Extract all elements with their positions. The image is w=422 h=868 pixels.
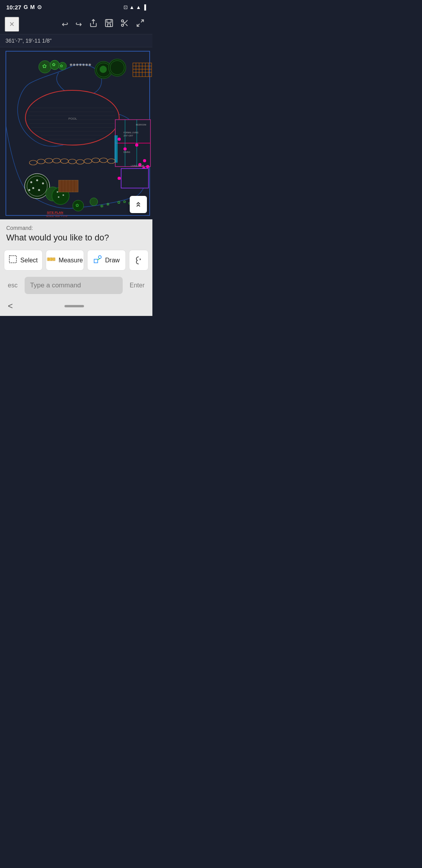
bottom-panel: Command: What would you like to do? Sele… — [0, 219, 152, 316]
signal-icon: ▲ — [136, 4, 141, 10]
select-button[interactable]: Select — [4, 250, 43, 271]
svg-point-33 — [109, 59, 126, 76]
measure-label: Measure — [59, 257, 83, 264]
svg-text:✿: ✿ — [117, 200, 120, 204]
coordinates-text: 361'-7", 19'-11 1/8" — [5, 38, 52, 44]
svg-point-44 — [143, 159, 146, 162]
svg-point-78 — [32, 187, 34, 189]
gmail-icon: M — [30, 4, 35, 10]
svg-rect-87 — [59, 180, 78, 192]
measure-icon — [47, 255, 55, 265]
svg-point-76 — [36, 179, 38, 181]
svg-line-6 — [125, 24, 127, 26]
undo-button[interactable]: ↩ — [59, 17, 72, 31]
save-button[interactable] — [102, 16, 116, 32]
svg-rect-51 — [121, 169, 148, 188]
command-label: Command: — [6, 225, 146, 231]
draw-icon — [93, 255, 102, 265]
scroll-up-button[interactable] — [130, 196, 147, 213]
svg-text:✿: ✿ — [42, 63, 47, 69]
google-icon: G — [23, 4, 28, 10]
svg-text:✻: ✻ — [106, 202, 109, 206]
measure-button[interactable]: Measure — [46, 250, 84, 271]
redo-button[interactable]: ↪ — [72, 17, 85, 31]
select-icon — [9, 255, 17, 265]
svg-text:LIVING ROOM: LIVING ROOM — [131, 165, 144, 167]
select-label: Select — [20, 257, 38, 264]
draw-button[interactable]: Draw — [87, 250, 126, 271]
svg-text:BEDROOM: BEDROOM — [136, 124, 146, 126]
svg-text:❋❋❋❋❋❋❋: ❋❋❋❋❋❋❋ — [70, 63, 91, 67]
action-buttons-row: Select Measure — [0, 246, 152, 274]
svg-text:20'0"×18'0": 20'0"×18'0" — [123, 135, 133, 137]
svg-point-41 — [123, 147, 127, 151]
more-button[interactable] — [129, 250, 148, 271]
status-bar: 10:27 G M ⊙ ⊡ ▲ ▲ ▐ — [0, 0, 152, 14]
svg-point-85 — [63, 194, 64, 196]
back-button[interactable]: < — [8, 301, 13, 311]
svg-rect-2 — [107, 24, 110, 27]
svg-point-50 — [146, 165, 149, 168]
svg-rect-109 — [9, 256, 16, 263]
battery-icon: ▐ — [143, 4, 146, 10]
svg-text:FORMAL LIVING: FORMAL LIVING — [123, 131, 139, 134]
wifi-icon: ▲ — [129, 4, 134, 10]
home-indicator[interactable] — [64, 305, 84, 307]
app-icon: ⊙ — [37, 4, 42, 10]
svg-point-86 — [58, 196, 59, 198]
command-area: Command: What would you like to do? — [0, 219, 152, 246]
svg-text:✿: ✿ — [52, 62, 55, 67]
scissors-button[interactable] — [117, 16, 132, 32]
svg-rect-116 — [94, 259, 98, 263]
svg-text:✿: ✿ — [123, 200, 126, 204]
share-button[interactable] — [86, 16, 101, 32]
time: 10:27 — [6, 4, 21, 11]
svg-text:DINING: DINING — [123, 151, 131, 153]
svg-point-3 — [122, 20, 124, 22]
svg-point-117 — [98, 256, 101, 258]
svg-point-80 — [29, 189, 30, 191]
svg-point-48 — [118, 177, 121, 180]
svg-line-8 — [141, 20, 143, 22]
svg-line-9 — [137, 24, 139, 26]
svg-text:✿: ✿ — [75, 203, 79, 208]
coordinates-bar: 361'-7", 19'-11 1/8" — [0, 34, 152, 47]
draw-label: Draw — [105, 257, 120, 264]
svg-point-75 — [30, 181, 32, 183]
cad-drawing-area[interactable]: POOL ✿ ✿ ✿ ❋❋❋❋❋❋❋ ⬤ — [0, 47, 152, 219]
svg-text:✻: ✻ — [100, 204, 104, 208]
command-question: What would you like to do? — [6, 233, 146, 243]
svg-point-40 — [118, 138, 121, 141]
status-icons: ⊡ ▲ ▲ ▐ — [123, 4, 146, 10]
cast-icon: ⊡ — [123, 4, 128, 10]
svg-point-42 — [135, 143, 138, 147]
svg-text:⬤: ⬤ — [99, 65, 107, 73]
svg-rect-52 — [114, 135, 118, 163]
svg-point-77 — [42, 183, 44, 185]
nav-bar: < — [0, 298, 152, 316]
svg-text:SCALE: 3/16" = 1'-0": SCALE: 3/16" = 1'-0" — [46, 215, 68, 217]
command-input[interactable] — [25, 277, 123, 294]
svg-rect-1 — [107, 20, 111, 22]
cad-canvas[interactable]: POOL ✿ ✿ ✿ ❋❋❋❋❋❋❋ ⬤ — [0, 47, 152, 219]
svg-text:SITE PLAN: SITE PLAN — [47, 211, 63, 214]
expand-button[interactable] — [133, 16, 148, 32]
svg-point-95 — [90, 198, 98, 206]
svg-line-7 — [123, 22, 125, 23]
input-row: esc Enter — [0, 274, 152, 298]
enter-button[interactable]: Enter — [126, 279, 148, 292]
esc-button[interactable]: esc — [4, 279, 21, 292]
svg-text:POOL: POOL — [68, 117, 77, 120]
close-button[interactable]: × — [5, 17, 19, 32]
toolbar: × ↩ ↪ — [0, 14, 152, 34]
svg-text:✿: ✿ — [60, 64, 63, 68]
svg-point-79 — [38, 189, 40, 191]
svg-point-83 — [57, 191, 58, 193]
svg-point-4 — [122, 24, 124, 27]
